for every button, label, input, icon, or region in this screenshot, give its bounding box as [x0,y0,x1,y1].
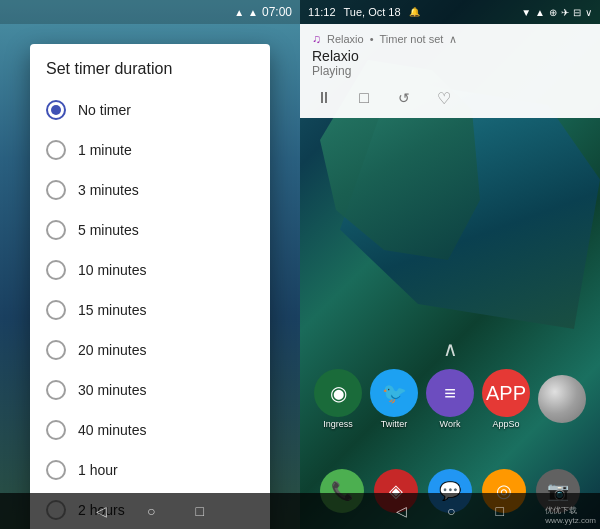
time-right: 11:12 [308,6,336,18]
app-icon-work: ≡ [426,369,474,417]
notif-subtitle: Playing [312,64,588,78]
app-icon-marble [538,375,586,423]
notif-header: ♫ Relaxio • Timer not set ∧ [312,32,588,46]
status-icons-right: ▼ ▲ ⊕ ✈ ⊟ ∨ [521,7,592,18]
right-panel: 11:12 Tue, Oct 18 🔔 ▼ ▲ ⊕ ✈ ⊟ ∨ ♫ Relaxi… [300,0,600,529]
app-label-ingress: Ingress [323,419,353,429]
radio-label-40-minutes: 40 minutes [78,422,146,438]
favorite-button[interactable]: ♡ [432,86,456,110]
radio-circle-10-minutes [46,260,66,280]
notif-actions: ⏸ □ ↺ ♡ [312,86,588,110]
radio-item-10-minutes[interactable]: 10 minutes [30,250,270,290]
notif-app-name: Relaxio • Timer not set ∧ [327,33,457,46]
home-button-right[interactable]: ○ [447,503,455,519]
watermark: 优优下载www.yytz.com [545,505,596,525]
app-label-twitter: Twitter [381,419,408,429]
radio-item-20-minutes[interactable]: 20 minutes [30,330,270,370]
filter-icon-right: ⊟ [573,7,581,18]
radio-label-1-minute: 1 minute [78,142,132,158]
radio-label-1-hour: 1 hour [78,462,118,478]
radio-circle-3-minutes [46,180,66,200]
alarm-icon-right: 🔔 [409,7,420,17]
app-icon-wrap-ingress[interactable]: ◉Ingress [314,369,362,429]
radio-label-15-minutes: 15 minutes [78,302,146,318]
radio-label-30-minutes: 30 minutes [78,382,146,398]
notif-title: Relaxio [312,48,588,64]
app-drawer: ∧ ◉Ingress🐦Twitter≡WorkAPPAppSo [300,337,600,429]
back-button-left[interactable]: ◁ [96,503,107,519]
radio-circle-1-hour [46,460,66,480]
signal-icon-left: ▲ [248,7,258,18]
home-button-left[interactable]: ○ [147,503,155,519]
radio-circle-40-minutes [46,420,66,440]
stop-button[interactable]: □ [352,86,376,110]
radio-circle-15-minutes [46,300,66,320]
nav-bar-left: ◁ ○ □ [0,493,300,529]
signal-icon-right: ▲ [535,7,545,18]
airplane-icon-right: ✈ [561,7,569,18]
app-icon-ingress: ◉ [314,369,362,417]
radio-item-40-minutes[interactable]: 40 minutes [30,410,270,450]
chevron-icon-right[interactable]: ∨ [585,7,592,18]
app-icon-twitter: 🐦 [370,369,418,417]
radio-circle-20-minutes [46,340,66,360]
repeat-button[interactable]: ↺ [392,86,416,110]
status-bar-right: 11:12 Tue, Oct 18 🔔 ▼ ▲ ⊕ ✈ ⊟ ∨ [300,0,600,24]
recents-button-left[interactable]: □ [196,503,204,519]
radio-item-30-minutes[interactable]: 30 minutes [30,370,270,410]
radio-label-5-minutes: 5 minutes [78,222,139,238]
dialog-overlay: Set timer duration No timer1 minute3 min… [0,24,300,529]
radio-label-3-minutes: 3 minutes [78,182,139,198]
app-label-appso: AppSo [492,419,519,429]
pause-button[interactable]: ⏸ [312,86,336,110]
app-icon-wrap-twitter[interactable]: 🐦Twitter [370,369,418,429]
left-panel: ▲ ▲ 07:00 Set timer duration No timer1 m… [0,0,300,529]
radio-options-container: No timer1 minute3 minutes5 minutes10 min… [30,90,270,529]
radio-circle-5-minutes [46,220,66,240]
fingerprint-icon-right: ⊕ [549,7,557,18]
radio-item-3-minutes[interactable]: 3 minutes [30,170,270,210]
radio-item-15-minutes[interactable]: 15 minutes [30,290,270,330]
app-icon-wrap-work[interactable]: ≡Work [426,369,474,429]
app-drawer-chevron[interactable]: ∧ [443,337,458,361]
app-icon-appso: APP [482,369,530,417]
date-right: Tue, Oct 18 [344,6,401,18]
radio-label-no-timer: No timer [78,102,131,118]
status-bar-left: ▲ ▲ 07:00 [0,0,300,24]
radio-label-20-minutes: 20 minutes [78,342,146,358]
time-left: 07:00 [262,5,292,19]
recents-button-right[interactable]: □ [496,503,504,519]
app-icon-wrap-appso[interactable]: APPAppSo [482,369,530,429]
app-label-work: Work [440,419,461,429]
app-icon-wrap-extra[interactable] [538,375,586,423]
back-button-right[interactable]: ◁ [396,503,407,519]
radio-circle-1-minute [46,140,66,160]
notif-app-icon: ♫ [312,32,321,46]
dialog-title: Set timer duration [30,60,270,90]
timer-dialog: Set timer duration No timer1 minute3 min… [30,44,270,529]
app-row-main: ◉Ingress🐦Twitter≡WorkAPPAppSo [314,369,586,429]
radio-item-1-hour[interactable]: 1 hour [30,450,270,490]
radio-item-no-timer[interactable]: No timer [30,90,270,130]
radio-inner-no-timer [51,105,61,115]
radio-item-5-minutes[interactable]: 5 minutes [30,210,270,250]
wifi-icon-left: ▲ [234,7,244,18]
notification-panel: ♫ Relaxio • Timer not set ∧ Relaxio Play… [300,24,600,118]
status-time-date: 11:12 Tue, Oct 18 🔔 [308,6,420,18]
wifi-icon-right: ▼ [521,7,531,18]
radio-circle-no-timer [46,100,66,120]
radio-item-1-minute[interactable]: 1 minute [30,130,270,170]
radio-label-10-minutes: 10 minutes [78,262,146,278]
status-icons-left: ▲ ▲ [234,7,258,18]
radio-circle-30-minutes [46,380,66,400]
